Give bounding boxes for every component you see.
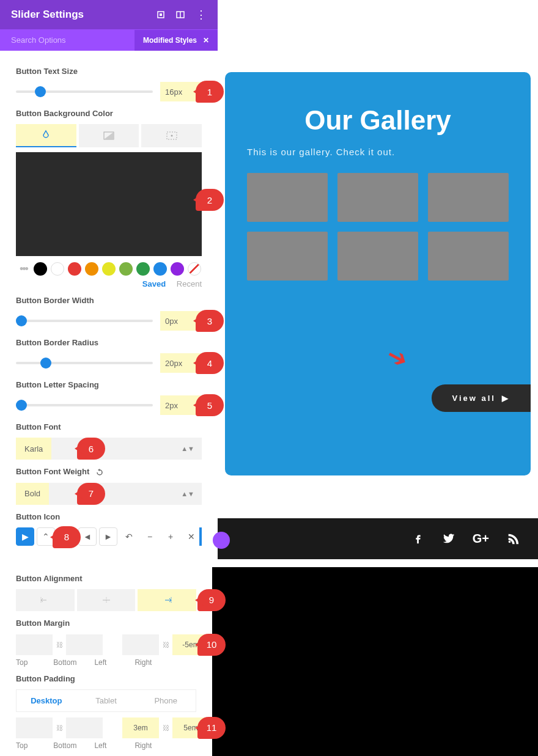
- callout-10: 10: [197, 634, 226, 656]
- bg-color-label: Button Background Color: [16, 109, 202, 118]
- align-right[interactable]: [138, 589, 196, 611]
- expand-icon[interactable]: [157, 10, 165, 19]
- border-width-label: Button Border Width: [16, 296, 202, 305]
- color-tab-image[interactable]: [141, 124, 202, 147]
- caret-icon: ▲▼: [181, 445, 194, 452]
- callout-6: 6: [77, 438, 105, 460]
- device-phone[interactable]: Phone: [136, 690, 196, 711]
- device-tablet[interactable]: Tablet: [76, 690, 136, 711]
- icon-picker: ▶ ⌃ ⌄ ◄ ► ↶ − + ✕ 8: [16, 527, 202, 546]
- filter-badge[interactable]: Modified Styles ✕: [134, 30, 218, 51]
- columns-icon[interactable]: [176, 10, 185, 19]
- swatch-orange[interactable]: [85, 262, 98, 276]
- slide-subtitle: This is our gallery. Check it out.: [247, 147, 509, 157]
- padding-bottom[interactable]: [66, 717, 103, 738]
- font-label: Button Font: [16, 422, 202, 431]
- slide-title: Our Gallery: [247, 105, 509, 136]
- text-size-label: Button Text Size: [16, 67, 202, 76]
- padding-top[interactable]: [16, 717, 53, 738]
- align-center[interactable]: [77, 589, 136, 611]
- swatch-green[interactable]: [136, 262, 150, 276]
- recent-tab[interactable]: Recent: [177, 279, 202, 288]
- gallery-image[interactable]: [428, 232, 509, 281]
- margin-left[interactable]: [122, 634, 159, 655]
- rss-icon[interactable]: [506, 532, 520, 546]
- reset-icon[interactable]: [95, 468, 104, 477]
- align-left[interactable]: [16, 589, 75, 611]
- arrow-right-icon: ▶: [502, 394, 510, 403]
- icon-plus[interactable]: +: [161, 527, 180, 546]
- facebook-icon[interactable]: [411, 532, 425, 546]
- swatch-white[interactable]: [51, 262, 64, 276]
- view-all-button[interactable]: View all▶: [432, 384, 531, 412]
- link-icon[interactable]: ⛓: [159, 634, 172, 655]
- border-radius-slider[interactable]: [16, 362, 153, 364]
- border-width-slider[interactable]: [16, 320, 153, 322]
- font-weight-select[interactable]: Bold ▲▼: [16, 483, 202, 505]
- icon-label: Button Icon: [16, 512, 202, 521]
- swatch-none[interactable]: [188, 262, 201, 276]
- callout-9: 9: [197, 589, 226, 611]
- panel-title: Slider Settings: [11, 9, 84, 21]
- icon-circle-right[interactable]: ►: [99, 527, 117, 546]
- padding-left[interactable]: [122, 717, 159, 738]
- gallery-image[interactable]: [247, 173, 328, 222]
- icon-minus[interactable]: −: [141, 527, 159, 546]
- color-swatches: •••: [16, 262, 202, 276]
- letter-spacing-label: Button Letter Spacing: [16, 380, 202, 389]
- device-desktop[interactable]: Desktop: [17, 690, 76, 711]
- icon-undo[interactable]: ↶: [120, 527, 138, 546]
- swatch-purple[interactable]: [171, 262, 184, 276]
- margin-top[interactable]: [16, 634, 53, 655]
- caret-icon: ▲▼: [181, 490, 194, 497]
- close-icon[interactable]: ✕: [203, 36, 209, 45]
- twitter-icon[interactable]: [442, 532, 455, 546]
- swatch-yellow[interactable]: [102, 262, 116, 276]
- panel-header: Slider Settings ⋮: [0, 0, 218, 29]
- link-icon[interactable]: ⛓: [53, 717, 66, 738]
- font-select[interactable]: Karla ▲▼: [16, 438, 202, 460]
- color-tab-gradient[interactable]: [79, 124, 139, 147]
- border-radius-label: Button Border Radius: [16, 338, 202, 347]
- slide-preview: Our Gallery This is our gallery. Check i…: [225, 72, 531, 475]
- margin-label: Button Margin: [16, 618, 196, 628]
- callout-5: 5: [196, 394, 224, 416]
- color-tab-solid[interactable]: [16, 124, 76, 147]
- swatch-red[interactable]: [68, 262, 81, 276]
- alignment-label: Button Alignment: [16, 574, 196, 583]
- padding-label: Button Padding: [16, 674, 196, 683]
- pointer-arrow-icon: ➔: [382, 340, 414, 375]
- gallery-image[interactable]: [247, 232, 328, 281]
- color-preview[interactable]: [16, 152, 202, 256]
- callout-7: 7: [77, 483, 105, 505]
- icon-arrow-right[interactable]: ▶: [16, 527, 34, 546]
- swatch-black[interactable]: [34, 262, 47, 276]
- link-icon[interactable]: ⛓: [53, 634, 66, 655]
- gallery-image[interactable]: [337, 232, 418, 281]
- svg-rect-1: [160, 13, 162, 16]
- saved-tab[interactable]: Saved: [142, 279, 166, 288]
- google-plus-icon[interactable]: G+: [473, 532, 489, 546]
- more-icon[interactable]: •••: [20, 263, 28, 276]
- callout-11: 11: [197, 717, 226, 739]
- search-options[interactable]: Search Options: [0, 29, 77, 51]
- fab-icon[interactable]: [213, 532, 230, 549]
- icon-circle-left[interactable]: ◄: [78, 527, 97, 546]
- gallery-image[interactable]: [428, 173, 509, 222]
- icon-close[interactable]: ✕: [182, 527, 201, 546]
- callout-8: 8: [53, 526, 81, 548]
- font-weight-label: Button Font Weight: [16, 467, 202, 477]
- letter-spacing-slider[interactable]: [16, 404, 153, 406]
- margin-bottom[interactable]: [66, 634, 103, 655]
- gallery-image[interactable]: [337, 173, 418, 222]
- svg-point-10: [509, 541, 511, 543]
- text-size-slider[interactable]: [16, 90, 153, 93]
- callout-3: 3: [196, 310, 224, 332]
- svg-point-6: [171, 135, 172, 137]
- callout-1: 1: [196, 81, 224, 103]
- link-icon[interactable]: ⛓: [159, 717, 172, 738]
- swatch-blue[interactable]: [153, 262, 167, 276]
- callout-4: 4: [196, 352, 224, 374]
- footer: G+: [218, 518, 538, 559]
- swatch-lime[interactable]: [119, 262, 133, 276]
